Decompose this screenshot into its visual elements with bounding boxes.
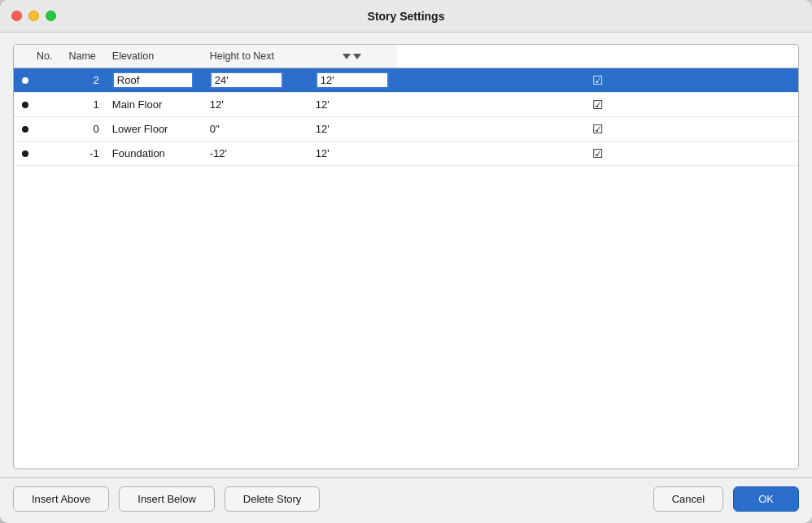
col-header-height: Height to Next <box>202 45 308 68</box>
minimize-button[interactable] <box>28 11 39 21</box>
height-input[interactable] <box>316 72 389 89</box>
delete-story-button[interactable]: Delete Story <box>225 486 321 512</box>
table-row[interactable]: -1 Foundation -12' 12' ☑ <box>14 142 798 166</box>
story-table: No. Name Elevation Height to Next <box>14 45 798 166</box>
story-settings-window: Story Settings No. Name Elevation <box>0 0 812 523</box>
ok-button[interactable]: OK <box>733 486 799 512</box>
row-bullet <box>14 93 60 117</box>
insert-below-button[interactable]: Insert Below <box>119 486 215 512</box>
row-name-cell: Lower Floor <box>104 117 202 142</box>
row-number: 0 <box>60 117 103 142</box>
sort-down2-icon <box>353 54 361 59</box>
row-height-cell: 12' <box>308 117 397 142</box>
col-header-no: No. <box>14 45 60 68</box>
traffic-lights <box>11 11 56 21</box>
table-row[interactable]: 0 Lower Floor 0" 12' ☑ <box>14 117 798 142</box>
checkbox-icon[interactable]: ☑ <box>592 73 603 87</box>
elevation-input[interactable] <box>210 72 283 89</box>
dialog-buttons: Cancel OK <box>653 486 799 512</box>
row-visible-cell[interactable]: ☑ <box>397 68 798 93</box>
close-button[interactable] <box>11 11 22 21</box>
col-header-visibility <box>308 45 397 68</box>
row-bullet <box>14 68 60 93</box>
col-header-elevation: Elevation <box>104 45 202 68</box>
titlebar: Story Settings <box>0 0 812 33</box>
row-elevation-cell: 12' <box>202 93 308 117</box>
main-content: No. Name Elevation Height to Next <box>0 33 812 523</box>
row-bullet <box>14 142 60 166</box>
row-visible-cell[interactable]: ☑ <box>397 93 798 117</box>
row-height-cell: 12' <box>308 93 397 117</box>
cancel-button[interactable]: Cancel <box>653 486 723 512</box>
row-height-cell: 12' <box>308 142 397 166</box>
row-bullet <box>14 117 60 142</box>
maximize-button[interactable] <box>46 11 56 21</box>
row-elevation-cell: -12' <box>202 142 308 166</box>
bullet-icon <box>22 126 28 133</box>
row-number: -1 <box>60 142 103 166</box>
row-elevation-cell[interactable] <box>202 68 308 93</box>
table-header-row: No. Name Elevation Height to Next <box>14 45 798 68</box>
checkbox-icon[interactable]: ☑ <box>592 122 603 136</box>
row-height-cell[interactable] <box>308 68 397 93</box>
row-name-cell: Main Floor <box>104 93 202 117</box>
row-name-cell: Foundation <box>104 142 202 166</box>
name-input[interactable] <box>112 72 194 89</box>
bottom-buttons: Insert Above Insert Below Delete Story C… <box>0 478 812 523</box>
sort-down-icon <box>343 54 351 59</box>
bullet-icon <box>22 150 28 157</box>
bullet-icon <box>22 77 28 84</box>
col-header-name: Name <box>60 45 103 68</box>
row-visible-cell[interactable]: ☑ <box>397 142 798 166</box>
checkbox-icon[interactable]: ☑ <box>592 146 603 160</box>
story-action-buttons: Insert Above Insert Below Delete Story <box>13 486 644 512</box>
sort-arrows-icon <box>343 54 361 59</box>
insert-above-button[interactable]: Insert Above <box>13 486 109 512</box>
story-table-container: No. Name Elevation Height to Next <box>13 44 799 469</box>
bullet-icon <box>22 102 28 108</box>
table-row[interactable]: 1 Main Floor 12' 12' ☑ <box>14 93 798 117</box>
window-title: Story Settings <box>368 10 445 23</box>
row-number: 1 <box>60 93 103 117</box>
row-name-cell[interactable] <box>104 68 202 93</box>
row-visible-cell[interactable]: ☑ <box>397 117 798 142</box>
row-number: 2 <box>60 68 103 93</box>
row-elevation-cell: 0" <box>202 117 308 142</box>
table-row[interactable]: 2 ☑ <box>14 68 798 93</box>
checkbox-icon[interactable]: ☑ <box>592 98 603 111</box>
